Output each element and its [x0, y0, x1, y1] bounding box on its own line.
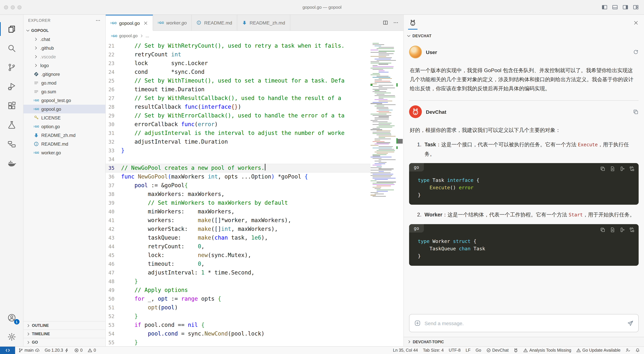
code-line-30[interactable]: 30 errorCallback func(error)	[106, 120, 370, 129]
copy-code-icon[interactable]	[600, 227, 606, 232]
code-line-43[interactable]: 43 taskQueue: make(chan task, 1e6),	[106, 234, 370, 242]
activity-docker-icon[interactable]	[0, 153, 23, 172]
devchat-rabbit-icon[interactable]	[409, 19, 416, 26]
file-item-README_zh.md[interactable]: README_zh.md	[24, 131, 106, 140]
code-line-29[interactable]: 29 // Set by WithErrorCallback(), used t…	[106, 112, 370, 120]
tab-gopool.go[interactable]: GOgopool.go	[106, 15, 153, 30]
activity-references-icon[interactable]	[0, 134, 23, 153]
status-item-devchat[interactable]: DevChat	[486, 348, 508, 353]
code-line-28[interactable]: 28 resultCallback func(interface{})	[106, 103, 370, 112]
code-line-36[interactable]: 36func NewGoPool(maxWorkers int, opts ..…	[106, 172, 370, 181]
file-item-.gitignore[interactable]: .gitignore	[24, 70, 106, 78]
close-panel-icon[interactable]	[633, 20, 639, 26]
apply-diff-icon[interactable]	[629, 227, 634, 232]
activity-settings-gear-icon[interactable]	[0, 327, 23, 346]
file-item-go.sum[interactable]: go.sum	[24, 87, 106, 96]
code-line-53[interactable]: 53 if pool.cond == nil {	[106, 321, 370, 330]
code-line-47[interactable]: 47 adjustInterval: 1 * time.Second,	[106, 268, 370, 277]
customize-layout-icon[interactable]	[633, 4, 639, 10]
file-item-README.md[interactable]: README.md	[24, 140, 106, 148]
code-line-31[interactable]: 31 // adjustInterval is the interval to …	[106, 129, 370, 138]
status-item-ln-35-col-44[interactable]: Ln 35, Col 44	[393, 348, 418, 353]
activity-search-icon[interactable]	[0, 38, 23, 58]
code-line-52[interactable]: 52 }	[106, 312, 370, 321]
code-line-40[interactable]: 40 minWorkers: maxWorkers,	[106, 207, 370, 216]
code-line-24[interactable]: 24 cond *sync.Cond	[106, 68, 370, 76]
code-line-38[interactable]: 38 maxWorkers: maxWorkers,	[106, 190, 370, 199]
chat-messages[interactable]: User 在第一个版本的实现中，我觉得 GoPool 包含任务队列、并发控制就可…	[404, 41, 644, 311]
apply-diff-icon[interactable]	[629, 166, 634, 172]
tab-worker.go[interactable]: GOworker.go	[153, 15, 192, 30]
minimap[interactable]	[370, 41, 397, 346]
file-item-LICENSE[interactable]: LICENSE	[24, 114, 106, 122]
toggle-panel-icon[interactable]	[612, 4, 618, 10]
file-item-option.go[interactable]: GOoption.go	[24, 122, 106, 131]
status-item-go[interactable]: Go	[476, 348, 481, 353]
tab-README_zh.md[interactable]: README_zh.md	[237, 15, 290, 30]
code-line-39[interactable]: 39 // Set minWorkers to maxWorkers by de…	[106, 199, 370, 207]
section-header-gopool[interactable]: GOPOOL	[24, 26, 106, 35]
code-line-49[interactable]: 49 // Apply options	[106, 286, 370, 294]
devchat-section-header[interactable]: DEVCHAT	[404, 31, 644, 41]
status-item-utf-8[interactable]: UTF-8	[449, 348, 460, 353]
editor-scrollbar[interactable]	[397, 41, 404, 346]
section-header-outline[interactable]: OUTLINE	[24, 321, 106, 330]
activity-files-icon[interactable]	[0, 20, 23, 38]
code-line-41[interactable]: 41 workers: make([]*worker, maxWorkers),	[106, 216, 370, 225]
code-line-46[interactable]: 46 timeout: 0,	[106, 260, 370, 268]
split-editor-icon[interactable]	[382, 20, 388, 26]
copy-code-icon[interactable]	[600, 166, 606, 172]
remote-indicator[interactable]	[0, 346, 15, 354]
code-line-35[interactable]: 35// NewGoPool creates a new pool of wor…	[106, 164, 370, 172]
status-item-bell-icon[interactable]	[635, 348, 640, 353]
chat-input[interactable]: Send a message.	[409, 314, 639, 332]
status-item-tab-size-4[interactable]: Tab Size: 4	[423, 348, 444, 353]
code-line-54[interactable]: 54 pool.cond = sync.NewCond(pool.lock)	[106, 330, 370, 338]
more-actions-icon[interactable]	[393, 20, 399, 26]
activity-run-debug-icon[interactable]	[0, 77, 23, 96]
status-item-devchat-rabbit-icon[interactable]	[514, 348, 518, 353]
code-line-34[interactable]: 34	[106, 155, 370, 164]
toggle-sidebar-icon[interactable]	[602, 4, 608, 10]
status-item-main[interactable]: main	[18, 348, 40, 353]
explorer-more-actions-icon[interactable]	[95, 18, 101, 23]
file-item-gopool.go[interactable]: GOgopool.go	[24, 105, 106, 114]
code-line-50[interactable]: 50 for _, opt := range opts {	[106, 294, 370, 303]
section-header-go[interactable]: GO	[24, 338, 106, 346]
file-item-.vscode[interactable]: .vscode	[24, 52, 106, 61]
status-item-0[interactable]: 0	[88, 348, 96, 353]
code-line-33[interactable]: 33}	[106, 146, 370, 155]
code-editor[interactable]: 21 // Set by WithRetryCount(), used to r…	[106, 41, 404, 346]
send-message-icon[interactable]	[627, 320, 634, 326]
code-line-37[interactable]: 37 pool := &goPool{	[106, 181, 370, 190]
status-item-person-check-icon[interactable]	[626, 348, 630, 353]
code-line-27[interactable]: 27 // Set by WithResultCallback(), used …	[106, 94, 370, 103]
code-line-44[interactable]: 44 retryCount: 0,	[106, 242, 370, 251]
insert-code-icon[interactable]	[620, 227, 625, 232]
code-line-25[interactable]: 25 // Set by WithTimeout(), used to set …	[106, 76, 370, 85]
copy-message-icon[interactable]	[633, 109, 639, 114]
section-header-timeline[interactable]: TIMELINE	[24, 330, 106, 338]
status-item-0[interactable]: 0	[74, 348, 82, 353]
file-item-.chat[interactable]: .chat	[24, 35, 106, 44]
new-file-icon[interactable]	[610, 166, 615, 172]
new-file-icon[interactable]	[610, 227, 615, 232]
file-item-gopool_test.go[interactable]: GOgopool_test.go	[24, 96, 106, 105]
tab-README.md[interactable]: README.md	[192, 15, 237, 30]
status-item-lf[interactable]: LF	[466, 348, 470, 353]
scrollbar-thumb[interactable]	[397, 139, 403, 144]
code-line-55[interactable]: 55 }	[106, 338, 370, 346]
file-item-go.mod[interactable]: go.mod	[24, 78, 106, 87]
code-line-21[interactable]: 21 // Set by WithRetryCount(), used to r…	[106, 42, 370, 50]
devchat-topic-section[interactable]: DEVCHAT-TOPIC	[404, 337, 644, 346]
insert-code-icon[interactable]	[620, 166, 625, 172]
status-item-go-update-available[interactable]: Go Update Available	[576, 348, 621, 353]
status-item-go-1-20-3[interactable]: Go 1.20.3	[45, 348, 69, 353]
regenerate-icon[interactable]	[633, 49, 639, 55]
code-line-32[interactable]: 32 adjustInterval time.Duration	[106, 138, 370, 146]
file-item-worker.go[interactable]: GOworker.go	[24, 148, 106, 157]
code-line-26[interactable]: 26 timeout time.Duration	[106, 85, 370, 94]
code-line-22[interactable]: 22 retryCount int	[106, 50, 370, 59]
breadcrumb[interactable]: GO gopool.go ...	[106, 31, 404, 41]
code-line-23[interactable]: 23 lock sync.Locker	[106, 59, 370, 68]
